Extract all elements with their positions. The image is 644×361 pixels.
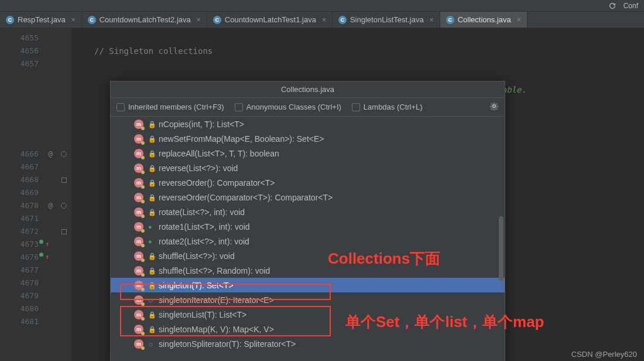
checkbox-icon bbox=[117, 103, 125, 111]
fold-marker[interactable] bbox=[56, 32, 72, 45]
watermark: CSDN @Perley620 bbox=[571, 350, 637, 359]
fold-marker[interactable] bbox=[56, 302, 72, 315]
java-class-icon: C bbox=[338, 16, 347, 24]
close-icon[interactable]: × bbox=[430, 16, 434, 24]
structure-item[interactable]: m🔒reverseOrder(): Comparator<T> bbox=[111, 175, 505, 190]
lock-icon: 🔒 bbox=[148, 121, 154, 128]
structure-item[interactable]: m🔒shuffle(List<?>): void bbox=[111, 248, 505, 263]
method-icon: m bbox=[134, 281, 143, 290]
close-icon[interactable]: × bbox=[71, 16, 76, 24]
fold-marker[interactable] bbox=[56, 96, 72, 109]
fold-marker[interactable] bbox=[56, 225, 72, 238]
fold-marker[interactable] bbox=[56, 122, 72, 135]
structure-item[interactable]: m🔒singleton(T): Set<T> bbox=[111, 278, 505, 292]
implements-up-icon[interactable]: ↑ bbox=[45, 251, 49, 264]
method-icon: m bbox=[134, 207, 143, 217]
close-icon[interactable]: × bbox=[517, 16, 521, 24]
fold-marker-column bbox=[56, 28, 72, 361]
close-icon[interactable]: × bbox=[197, 16, 201, 24]
structure-item[interactable]: m🔒reverseOrder(Comparator<T>): Comparato… bbox=[111, 190, 505, 205]
structure-item[interactable]: m●rotate2(List<?>, int): void bbox=[111, 234, 505, 248]
structure-item[interactable]: m🔒newSetFromMap(Map<E, Boolean>): Set<E> bbox=[111, 131, 505, 146]
line-number bbox=[0, 83, 55, 96]
gear-icon[interactable] bbox=[489, 101, 499, 113]
popup-toolbar: Inherited members (Ctrl+F3) Anonymous Cl… bbox=[111, 98, 505, 117]
fold-marker[interactable] bbox=[56, 315, 72, 328]
tab-label: Collections.java bbox=[458, 15, 511, 24]
scrollbar-thumb[interactable] bbox=[499, 216, 503, 281]
override-icon[interactable]: @ bbox=[48, 148, 53, 161]
lock-icon: 🔒 bbox=[148, 311, 154, 318]
line-number: 4656 bbox=[0, 45, 55, 57]
method-signature: rotate2(List<?>, int): void bbox=[159, 237, 249, 246]
line-number bbox=[0, 122, 55, 135]
fold-marker[interactable] bbox=[56, 70, 72, 83]
code-comment: // Singleton collections bbox=[72, 45, 644, 57]
method-icon: m bbox=[134, 251, 143, 261]
fold-marker[interactable] bbox=[56, 83, 72, 96]
fold-marker[interactable] bbox=[56, 161, 72, 173]
close-icon[interactable]: × bbox=[322, 16, 326, 24]
lock-icon: 🔒 bbox=[148, 165, 154, 172]
method-signature: nCopies(int, T): List<T> bbox=[159, 120, 244, 129]
structure-item[interactable]: m●rotate1(List<T>, int): void bbox=[111, 219, 505, 234]
anonymous-classes-checkbox[interactable]: Anonymous Classes (Ctrl+I) bbox=[235, 103, 341, 111]
fold-marker[interactable] bbox=[56, 264, 72, 277]
structure-item[interactable]: m○singletonIterator(E): Iterator<E> bbox=[111, 292, 505, 307]
line-number: 4672 bbox=[0, 225, 55, 238]
fold-marker[interactable] bbox=[56, 277, 72, 290]
line-number bbox=[0, 70, 55, 83]
fold-marker[interactable] bbox=[56, 173, 72, 186]
method-icon: m bbox=[134, 310, 143, 319]
structure-item[interactable]: m🔒singletonList(T): List<T> bbox=[111, 307, 505, 322]
fold-marker[interactable] bbox=[56, 238, 72, 251]
structure-item[interactable]: m○singletonSpliterator(T): Spliterator<T… bbox=[111, 336, 505, 351]
tab-countdownlatch2[interactable]: C CountdownLatchTest2.java × bbox=[82, 12, 207, 28]
structure-item[interactable]: m🔒reverse(List<?>): void bbox=[111, 161, 505, 175]
inherited-members-checkbox[interactable]: Inherited members (Ctrl+F3) bbox=[117, 103, 224, 111]
implements-up-icon[interactable]: ↑ bbox=[45, 238, 49, 251]
line-number: 4681 bbox=[0, 315, 55, 328]
method-icon: m bbox=[134, 339, 143, 349]
fold-marker[interactable] bbox=[56, 135, 72, 148]
lock-icon: 🔒 bbox=[148, 282, 154, 289]
fold-marker[interactable] bbox=[56, 45, 72, 57]
tab-resptest[interactable]: C RespTest.java × bbox=[0, 12, 82, 28]
lambdas-checkbox[interactable]: Lambdas (Ctrl+L) bbox=[352, 103, 423, 111]
override-icon[interactable]: @ bbox=[48, 199, 53, 212]
tab-collections[interactable]: C Collections.java × bbox=[440, 12, 527, 28]
fold-marker[interactable] bbox=[56, 57, 72, 70]
popup-title: Collections.java bbox=[111, 81, 505, 98]
structure-item[interactable]: m🔒nCopies(int, T): List<T> bbox=[111, 117, 505, 131]
fold-marker[interactable] bbox=[56, 109, 72, 122]
fold-marker[interactable] bbox=[56, 199, 72, 212]
structure-item[interactable]: m🔒shuffle(List<?>, Random): void bbox=[111, 263, 505, 278]
fold-marker[interactable] bbox=[56, 186, 72, 199]
method-icon: m bbox=[134, 178, 143, 188]
java-class-icon: C bbox=[213, 16, 221, 24]
java-class-icon: C bbox=[88, 16, 96, 24]
method-icon: m bbox=[134, 164, 143, 173]
structure-item[interactable]: m🔒singletonMap(K, V): Map<K, V> bbox=[111, 322, 505, 336]
method-icon: m bbox=[134, 222, 143, 231]
method-icon: m bbox=[134, 325, 143, 334]
fold-marker[interactable] bbox=[56, 212, 72, 225]
structure-item[interactable]: m🔒replaceAll(List<T>, T, T): boolean bbox=[111, 146, 505, 161]
lock-icon: 🔒 bbox=[148, 209, 154, 216]
tab-countdownlatch1[interactable]: C CountdownLatchTest1.java × bbox=[207, 12, 333, 28]
tab-label: CountdownLatchTest2.java bbox=[100, 15, 191, 24]
editor-area: 4655465646574666@4667466846694670@467146… bbox=[0, 28, 644, 361]
reload-icon[interactable] bbox=[608, 2, 616, 10]
structure-item[interactable]: m🔒rotate(List<?>, int): void bbox=[111, 205, 505, 219]
lock-icon: 🔒 bbox=[148, 135, 154, 142]
checkbox-label: Lambdas (Ctrl+L) bbox=[364, 103, 423, 111]
line-number: 4666@ bbox=[0, 148, 55, 161]
method-icon: m bbox=[134, 295, 143, 305]
fold-marker[interactable] bbox=[56, 148, 72, 161]
config-button[interactable]: Conf bbox=[624, 2, 638, 10]
fold-marker[interactable] bbox=[56, 290, 72, 302]
structure-list[interactable]: m🔒nCopies(int, T): List<T>m🔒newSetFromMa… bbox=[111, 117, 505, 361]
fold-marker[interactable] bbox=[56, 251, 72, 264]
lock-icon: 🔒 bbox=[148, 179, 154, 186]
tab-singletonlisttest[interactable]: C SingletonListTest.java × bbox=[333, 12, 440, 28]
